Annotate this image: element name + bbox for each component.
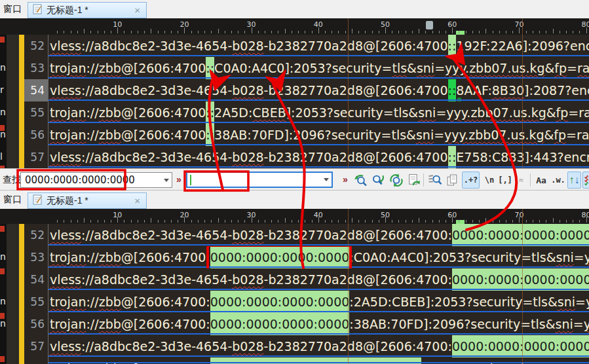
find-all-button[interactable] — [388, 172, 404, 189]
document-icon — [33, 194, 43, 208]
ruler-tick — [506, 31, 506, 33]
ruler-tick — [164, 31, 165, 33]
ruler-tick — [77, 31, 78, 33]
ruler-tick — [225, 31, 225, 33]
filter-button[interactable] — [582, 172, 589, 189]
line-text[interactable]: vless://a8dbc8e2-3d3e-4654-b028-b2382770… — [48, 146, 589, 168]
document-tab-bottom[interactable]: 无标题-1 * × — [28, 192, 147, 209]
misspelled-text: trojan — [50, 295, 86, 309]
find-dropdown-icon[interactable] — [161, 173, 172, 187]
document-tab-top[interactable]: 无标题-1 * × — [28, 2, 147, 18]
search-direction-toggle-button[interactable]: ↑↓ — [567, 172, 581, 189]
plain-text: & — [544, 128, 554, 142]
misspelled-text: zbb — [99, 128, 121, 142]
regex-toggle-button[interactable]: .+? — [462, 172, 480, 189]
whole-word-toggle-button[interactable]: .w. — [550, 172, 566, 189]
line-text[interactable]: trojan://zbb@[2606:4700:0000:0000:0000:0… — [48, 291, 589, 313]
change-margin — [7, 313, 19, 335]
find-input[interactable] — [21, 174, 161, 186]
fuzzy-match-toggle-button[interactable]: ≈ — [514, 172, 528, 189]
find-input-combo[interactable] — [20, 172, 172, 188]
line-text[interactable]: vless://a8dbc8e2-3d3e-4654-b028-b2382770… — [48, 224, 589, 246]
line-text[interactable]: vless://a8dbc8e2-3d3e-4654-b028-b2382770… — [48, 35, 589, 57]
ruler-tick — [560, 220, 560, 223]
ruler-tick — [238, 220, 238, 223]
misspelled-text: b028 — [232, 339, 263, 354]
ruler-thumb[interactable] — [426, 21, 433, 29]
plain-text: -b2382770a2d8@[2606:4700: — [264, 272, 452, 287]
misspelled-text: zbb — [99, 295, 121, 309]
line-text[interactable]: trojan://zbb@[2606:4700:0000:0000:0000:0… — [48, 246, 589, 268]
line-text[interactable]: trojan://zbb@[2606:4700:0000:0000:0000:0… — [48, 313, 589, 335]
replace-in-document-button[interactable] — [406, 172, 422, 189]
change-margin — [7, 268, 19, 291]
ruler-tick — [372, 220, 373, 223]
misspelled-text: rand — [577, 61, 589, 75]
incremental-search-button[interactable] — [427, 172, 443, 189]
editor-line: r54vless://a8dbc8e2-3d3e-4654-b028-b2382… — [0, 79, 589, 101]
editor-line: n53trojan://zbb@[2606:4700::C0A0:A4C0]:2… — [0, 57, 589, 79]
line-text[interactable]: trojan://zbb@[2606:4700::38AB:70FD]:2096… — [48, 124, 589, 146]
window-menu-label[interactable]: 窗口 — [3, 194, 22, 206]
misspelled-text: fp — [554, 61, 567, 75]
line-text[interactable]: vless://a8dbc8e2-3d3e-4654-b028-b2382770… — [48, 79, 589, 101]
misspelled-text: yyy — [584, 250, 589, 264]
match-highlight: :: — [206, 101, 214, 124]
plain-text: =rand — [568, 105, 589, 120]
plain-text: @[2606:4700: — [121, 295, 210, 309]
ruler-tick — [539, 220, 540, 223]
ruler-tick — [573, 31, 573, 33]
misspelled-text: vless — [50, 228, 81, 242]
editor-pane-bottom[interactable]: 52vless://a8dbc8e2-3d3e-4654-b028-b23827… — [0, 224, 589, 364]
line-text[interactable]: trojan://zbb@[2606:4700::2A5D:CBEB]:2053… — [48, 101, 589, 124]
clipped-pane-fragment: l — [0, 146, 7, 168]
line-text[interactable]: trojan://zbb@[2606:4700:0000:0000:0000:0… — [48, 357, 589, 364]
plain-text: 8AAF: — [456, 83, 491, 98]
copy-results-button[interactable] — [444, 172, 461, 189]
plain-text: :2A5D:CBEB]:2053?security=tls& — [349, 295, 557, 309]
clipped-pane-fragment: n — [0, 57, 7, 79]
editor-pane-top[interactable]: 52vless://a8dbc8e2-3d3e-4654-b028-b23827… — [0, 35, 589, 168]
ruler-tick — [131, 220, 132, 223]
misspelled-text: zbb — [99, 61, 121, 75]
plain-text: trojan://zbb@[2606:4700: — [50, 361, 210, 364]
match-highlight: 0000:0000:0000:0000 — [452, 268, 589, 291]
document-icon — [33, 4, 43, 17]
line-number: 56 — [24, 124, 48, 146]
match-highlight: :: — [206, 124, 214, 146]
character-class-toggle-button[interactable]: [,] — [498, 172, 512, 189]
ruler-tick — [178, 220, 178, 223]
line-text[interactable]: vless://a8dbc8e2-3d3e-4654-b028-b2382770… — [48, 335, 589, 357]
plain-text: @[2606:4700 — [121, 61, 206, 75]
misspelled-text: zbb — [99, 105, 121, 120]
ruler-tick — [278, 31, 278, 33]
newline-toggle-button[interactable]: \n — [482, 172, 497, 189]
margin-line — [348, 209, 349, 224]
plain-text: = — [434, 128, 444, 142]
line-number: 57 — [24, 146, 48, 168]
tab-close-icon[interactable]: × — [133, 195, 142, 206]
replace-input[interactable] — [191, 174, 320, 186]
plain-text: & — [407, 61, 417, 75]
overflow-chevron-icon[interactable]: » — [176, 169, 181, 191]
plain-text: :443?security=tls — [421, 361, 531, 364]
plain-text: E758:C883]:443?encrypt — [456, 150, 589, 164]
ruler-tick — [526, 220, 527, 223]
plain-text: @[2606:4700 — [121, 105, 206, 120]
clipped-pane-fragment: n — [0, 101, 7, 124]
ruler-tick — [265, 220, 265, 223]
window-menu-label[interactable]: 窗口 — [3, 3, 22, 15]
line-text[interactable]: trojan://zbb@[2606:4700::C0A0:A4C0]:2053… — [48, 57, 589, 79]
plain-text: -b2382770a2d8@[2606:4700 — [264, 83, 448, 98]
replace-input-combo[interactable] — [186, 172, 333, 188]
tab-close-icon[interactable]: × — [133, 5, 142, 16]
overflow-chevron-icon[interactable]: » — [343, 169, 348, 191]
find-next-button[interactable] — [370, 172, 387, 189]
plain-text: = — [436, 105, 446, 120]
bookmark-mark — [0, 356, 5, 362]
match-case-toggle-button[interactable]: Aa — [533, 172, 549, 189]
line-text[interactable]: vless://a8dbc8e2-3d3e-4654-b028-b2382770… — [48, 268, 589, 291]
replace-dropdown-icon[interactable] — [320, 173, 332, 187]
find-previous-button[interactable] — [352, 172, 369, 189]
editor-line: 54vless://a8dbc8e2-3d3e-4654-b028-b23827… — [0, 268, 589, 291]
